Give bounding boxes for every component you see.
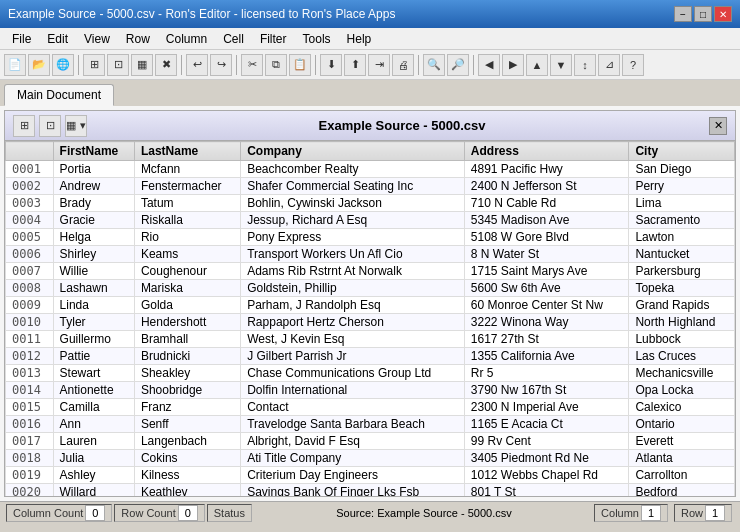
cell-col2[interactable]: Kilness <box>134 467 240 484</box>
table-row[interactable]: 0006ShirleyKeamsTransport Workers Un Afl… <box>6 246 735 263</box>
table-row[interactable]: 0004GracieRiskallaJessup, Richard A Esq5… <box>6 212 735 229</box>
table-row[interactable]: 0012PattieBrudnickiJ Gilbert Parrish Jr1… <box>6 348 735 365</box>
cell-col3[interactable]: Beachcomber Realty <box>241 161 465 178</box>
toolbar-undo[interactable]: ↩ <box>186 54 208 76</box>
cell-col2[interactable]: Hendershott <box>134 314 240 331</box>
cell-col2[interactable]: Golda <box>134 297 240 314</box>
cell-col2[interactable]: Fenstermacher <box>134 178 240 195</box>
cell-col4[interactable]: 1715 Saint Marys Ave <box>464 263 629 280</box>
toolbar-help[interactable]: ? <box>622 54 644 76</box>
toolbar-grid1[interactable]: ⊞ <box>83 54 105 76</box>
cell-col3[interactable]: Parham, J Randolph Esq <box>241 297 465 314</box>
toolbar-web[interactable]: 🌐 <box>52 54 74 76</box>
toolbar-up[interactable]: ▲ <box>526 54 548 76</box>
cell-col3[interactable]: West, J Kevin Esq <box>241 331 465 348</box>
menu-column[interactable]: Column <box>158 30 215 48</box>
table-row[interactable]: 0014AntionetteShoobridgeDolfin Internati… <box>6 382 735 399</box>
cell-col1[interactable]: Julia <box>53 450 134 467</box>
toolbar-redo[interactable]: ↪ <box>210 54 232 76</box>
cell-col1[interactable]: Camilla <box>53 399 134 416</box>
toolbar-export[interactable]: ⬆ <box>344 54 366 76</box>
toolbar-delete[interactable]: ✖ <box>155 54 177 76</box>
table-row[interactable]: 0003BradyTatumBohlin, Cywinski Jackson71… <box>6 195 735 212</box>
cell-col5[interactable]: Carrollton <box>629 467 735 484</box>
cell-col1[interactable]: Pattie <box>53 348 134 365</box>
toolbar-import[interactable]: ⬇ <box>320 54 342 76</box>
cell-col4[interactable]: 5108 W Gore Blvd <box>464 229 629 246</box>
cell-col2[interactable]: Langenbach <box>134 433 240 450</box>
cell-col5[interactable]: Atlanta <box>629 450 735 467</box>
toolbar-filter2[interactable]: ⊿ <box>598 54 620 76</box>
menu-filter[interactable]: Filter <box>252 30 295 48</box>
toolbar-paste[interactable]: 📋 <box>289 54 311 76</box>
cell-col5[interactable]: Everett <box>629 433 735 450</box>
table-row[interactable]: 0019AshleyKilnessCriterium Day Engineers… <box>6 467 735 484</box>
table-row[interactable]: 0013StewartSheakleyChase Communications … <box>6 365 735 382</box>
cell-col4[interactable]: 710 N Cable Rd <box>464 195 629 212</box>
cell-col4[interactable]: 2300 N Imperial Ave <box>464 399 629 416</box>
cell-col2[interactable]: Sheakley <box>134 365 240 382</box>
cell-col4[interactable]: 99 Rv Cent <box>464 433 629 450</box>
cell-col5[interactable]: Lawton <box>629 229 735 246</box>
menu-row[interactable]: Row <box>118 30 158 48</box>
close-button[interactable]: ✕ <box>714 6 732 22</box>
cell-col3[interactable]: Shafer Commercial Seating Inc <box>241 178 465 195</box>
table-row[interactable]: 0009LindaGoldaParham, J Randolph Esq60 M… <box>6 297 735 314</box>
menu-edit[interactable]: Edit <box>39 30 76 48</box>
cell-col3[interactable]: Rappaport Hertz Cherson <box>241 314 465 331</box>
menu-help[interactable]: Help <box>339 30 380 48</box>
tab-main-document[interactable]: Main Document <box>4 84 114 106</box>
cell-col3[interactable]: Bohlin, Cywinski Jackson <box>241 195 465 212</box>
cell-col5[interactable]: Topeka <box>629 280 735 297</box>
cell-col2[interactable]: Riskalla <box>134 212 240 229</box>
cell-col3[interactable]: Adams Rib Rstrnt At Norwalk <box>241 263 465 280</box>
table-row[interactable]: 0020WillardKeathleySavings Bank Of Finge… <box>6 484 735 497</box>
toolbar-down[interactable]: ▼ <box>550 54 572 76</box>
cell-col3[interactable]: Contact <box>241 399 465 416</box>
cell-col5[interactable]: Opa Locka <box>629 382 735 399</box>
menu-file[interactable]: File <box>4 30 39 48</box>
cell-col5[interactable]: Grand Rapids <box>629 297 735 314</box>
cell-col2[interactable]: Tatum <box>134 195 240 212</box>
table-row[interactable]: 0001PortiaMcfannBeachcomber Realty4891 P… <box>6 161 735 178</box>
cell-col1[interactable]: Brady <box>53 195 134 212</box>
panel-close-button[interactable]: ✕ <box>709 117 727 135</box>
cell-col5[interactable]: Perry <box>629 178 735 195</box>
menu-cell[interactable]: Cell <box>215 30 252 48</box>
cell-col3[interactable]: Albright, David F Esq <box>241 433 465 450</box>
toolbar-new[interactable]: 📄 <box>4 54 26 76</box>
cell-col2[interactable]: Mariska <box>134 280 240 297</box>
cell-col4[interactable]: Rr 5 <box>464 365 629 382</box>
toolbar-csv[interactable]: ⇥ <box>368 54 390 76</box>
table-container[interactable]: FirstName LastName Company Address City … <box>5 141 735 496</box>
cell-col4[interactable]: 1355 California Ave <box>464 348 629 365</box>
cell-col1[interactable]: Lashawn <box>53 280 134 297</box>
table-row[interactable]: 0008LashawnMariskaGoldstein, Phillip5600… <box>6 280 735 297</box>
menu-view[interactable]: View <box>76 30 118 48</box>
cell-col3[interactable]: Goldstein, Phillip <box>241 280 465 297</box>
cell-col3[interactable]: Chase Communications Group Ltd <box>241 365 465 382</box>
cell-col3[interactable]: Ati Title Company <box>241 450 465 467</box>
cell-col4[interactable]: 3790 Nw 167th St <box>464 382 629 399</box>
toolbar-open[interactable]: 📂 <box>28 54 50 76</box>
toolbar-replace[interactable]: 🔎 <box>447 54 469 76</box>
table-row[interactable]: 0011GuillermoBramhallWest, J Kevin Esq16… <box>6 331 735 348</box>
cell-col1[interactable]: Ashley <box>53 467 134 484</box>
cell-col4[interactable]: 8 N Water St <box>464 246 629 263</box>
table-row[interactable]: 0005HelgaRioPony Express5108 W Gore Blvd… <box>6 229 735 246</box>
toolbar-search[interactable]: 🔍 <box>423 54 445 76</box>
toolbar-grid3[interactable]: ▦ <box>131 54 153 76</box>
cell-col4[interactable]: 4891 Pacific Hwy <box>464 161 629 178</box>
cell-col1[interactable]: Portia <box>53 161 134 178</box>
cell-col4[interactable]: 60 Monroe Center St Nw <box>464 297 629 314</box>
cell-col2[interactable]: Coughenour <box>134 263 240 280</box>
panel-icon-view[interactable]: ▦ ▾ <box>65 115 87 137</box>
table-row[interactable]: 0015CamillaFranzContact2300 N Imperial A… <box>6 399 735 416</box>
toolbar-copy[interactable]: ⧉ <box>265 54 287 76</box>
cell-col3[interactable]: Criterium Day Engineers <box>241 467 465 484</box>
table-row[interactable]: 0002AndrewFenstermacherShafer Commercial… <box>6 178 735 195</box>
cell-col4[interactable]: 3222 Winona Way <box>464 314 629 331</box>
cell-col5[interactable]: San Diego <box>629 161 735 178</box>
cell-col1[interactable]: Andrew <box>53 178 134 195</box>
cell-col5[interactable]: North Highland <box>629 314 735 331</box>
